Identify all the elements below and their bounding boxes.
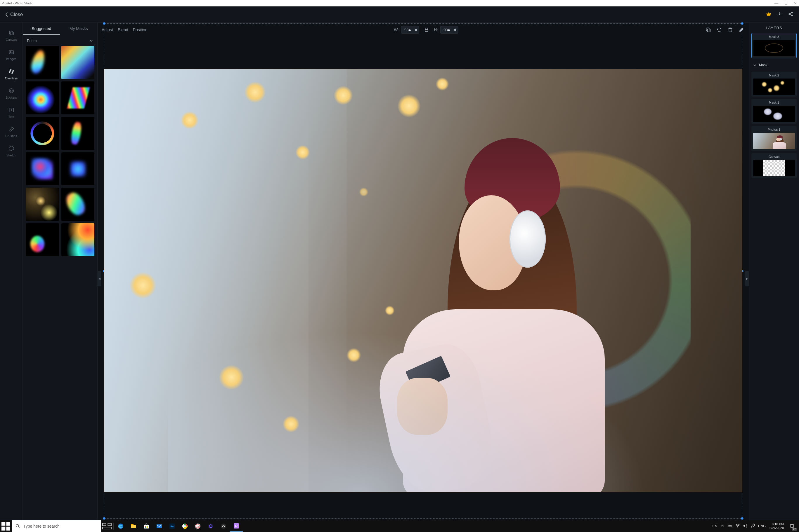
overlay-thumb[interactable] xyxy=(26,117,59,150)
layer-item[interactable]: Canvas xyxy=(751,153,797,178)
tab-suggested[interactable]: Suggested xyxy=(23,23,60,35)
svg-point-0 xyxy=(789,14,790,15)
overlay-thumb[interactable] xyxy=(61,152,95,186)
svg-rect-48 xyxy=(790,525,794,527)
task-view-button[interactable] xyxy=(101,520,113,532)
taskbar-search[interactable]: Type here to search xyxy=(12,520,101,532)
overlay-thumb[interactable] xyxy=(26,81,59,115)
close-window-button[interactable]: ✕ xyxy=(794,1,797,5)
svg-rect-21 xyxy=(103,527,111,529)
brushes-icon xyxy=(8,126,15,132)
taskbar-app-picsart[interactable]: P xyxy=(230,520,243,532)
svg-rect-24 xyxy=(131,524,133,525)
overlay-thumb[interactable] xyxy=(26,188,59,221)
taskbar-app-store[interactable] xyxy=(140,520,153,532)
tool-overlays[interactable]: Overlays xyxy=(0,66,22,83)
mask-section-label: Mask xyxy=(759,63,767,67)
tool-brushes-label: Brushes xyxy=(5,134,17,138)
overlay-thumb[interactable] xyxy=(61,46,95,79)
svg-rect-25 xyxy=(144,525,149,529)
collapse-right-button[interactable]: ▶ xyxy=(745,271,749,286)
tool-stickers[interactable]: Stickers xyxy=(0,85,22,103)
svg-text:Ps: Ps xyxy=(170,525,174,528)
minimize-button[interactable]: — xyxy=(775,1,779,5)
premium-crown-icon[interactable] xyxy=(766,11,771,18)
layer-thumb xyxy=(753,133,795,149)
overlay-thumb[interactable] xyxy=(61,223,95,256)
svg-rect-20 xyxy=(108,523,111,526)
tray-chevron-up-icon[interactable] xyxy=(719,524,726,529)
window-title: PicsArt - Photo Studio xyxy=(2,1,33,5)
resize-handle-tr[interactable] xyxy=(741,22,744,25)
layer-item[interactable]: Mask 1 xyxy=(751,99,797,124)
category-dropdown[interactable]: Prism xyxy=(23,35,97,46)
tool-stickers-label: Stickers xyxy=(5,96,17,99)
taskbar-app-photoshop[interactable]: Ps xyxy=(166,520,179,532)
layers-panel: LAYERS Mask 3 Mask Mask 2 xyxy=(749,23,799,520)
canvas-photo[interactable] xyxy=(104,69,742,492)
taskbar-app-chrome[interactable] xyxy=(179,520,192,532)
layer-item[interactable]: Photos 1 xyxy=(751,126,797,151)
tool-sketch[interactable]: Sketch xyxy=(0,143,22,160)
tool-images[interactable]: Images xyxy=(0,47,22,64)
svg-text:P: P xyxy=(235,524,237,528)
overlay-thumb[interactable] xyxy=(26,223,59,256)
taskbar-app-mail[interactable] xyxy=(153,520,166,532)
tool-overlays-label: Overlays xyxy=(5,76,18,80)
tray-lang2[interactable]: ENG xyxy=(757,524,767,528)
layer-thumb xyxy=(753,160,795,176)
svg-point-35 xyxy=(184,525,186,527)
overlay-thumb[interactable] xyxy=(61,81,95,115)
notification-count: 27 xyxy=(792,528,797,531)
tool-text[interactable]: Text xyxy=(0,104,22,122)
layer-item[interactable]: Mask 2 xyxy=(751,72,797,97)
taskbar-app-generic3[interactable] xyxy=(217,520,230,532)
resize-handle-bl[interactable] xyxy=(103,517,106,520)
svg-point-8 xyxy=(10,90,11,91)
sketch-icon xyxy=(8,145,15,152)
tray-notifications[interactable]: 27 xyxy=(786,520,798,532)
svg-rect-26 xyxy=(145,526,146,527)
svg-point-18 xyxy=(16,525,19,527)
tray-clock[interactable]: 9:16 PM 6/26/2020 xyxy=(767,522,786,530)
start-button[interactable] xyxy=(0,520,12,532)
layer-item[interactable]: Mask 3 xyxy=(751,33,797,58)
editor-stage[interactable] xyxy=(101,37,745,520)
overlay-thumb[interactable] xyxy=(61,188,95,221)
share-button[interactable] xyxy=(788,11,794,18)
tray-volume-icon[interactable] xyxy=(742,524,749,529)
tab-my-masks[interactable]: My Masks xyxy=(60,23,97,35)
resize-handle-br[interactable] xyxy=(741,517,744,520)
tool-rail: Canvas Images Overlays Stickers Text Bru… xyxy=(0,23,23,520)
svg-rect-46 xyxy=(728,525,731,526)
tool-text-label: Text xyxy=(8,115,14,118)
tray-lang1[interactable]: EN xyxy=(711,524,719,528)
os-titlebar: PicsArt - Photo Studio — □ ✕ xyxy=(0,0,799,6)
download-button[interactable] xyxy=(777,11,783,18)
overlay-thumb[interactable] xyxy=(26,46,59,79)
svg-point-7 xyxy=(9,89,14,93)
resize-handle-tl[interactable] xyxy=(103,22,106,25)
tray-wifi-icon[interactable] xyxy=(734,524,742,529)
close-button[interactable]: Close xyxy=(5,12,23,18)
tool-canvas[interactable]: Canvas xyxy=(0,27,22,45)
maximize-button[interactable]: □ xyxy=(785,1,787,5)
svg-point-47 xyxy=(737,527,738,527)
layer-thumb xyxy=(753,106,795,122)
taskbar-app-edge[interactable] xyxy=(114,520,127,532)
images-icon xyxy=(8,49,15,55)
taskbar-app-generic1[interactable]: 10 xyxy=(192,520,204,532)
overlay-thumb[interactable] xyxy=(61,117,95,150)
svg-rect-28 xyxy=(145,527,146,528)
taskbar-app-explorer[interactable] xyxy=(127,520,140,532)
tool-brushes[interactable]: Brushes xyxy=(0,124,22,141)
tray-battery-icon[interactable] xyxy=(726,524,734,529)
svg-rect-30 xyxy=(157,525,162,528)
collapse-left-button[interactable]: ◀ xyxy=(97,271,101,286)
taskbar-apps: Ps 10 P xyxy=(114,520,243,532)
tray-pen-icon[interactable] xyxy=(749,524,757,529)
layer-label: Mask 2 xyxy=(753,74,795,77)
mask-section-toggle[interactable]: Mask xyxy=(751,61,797,70)
overlay-thumb[interactable] xyxy=(26,152,59,186)
taskbar-app-generic2[interactable] xyxy=(204,520,217,532)
